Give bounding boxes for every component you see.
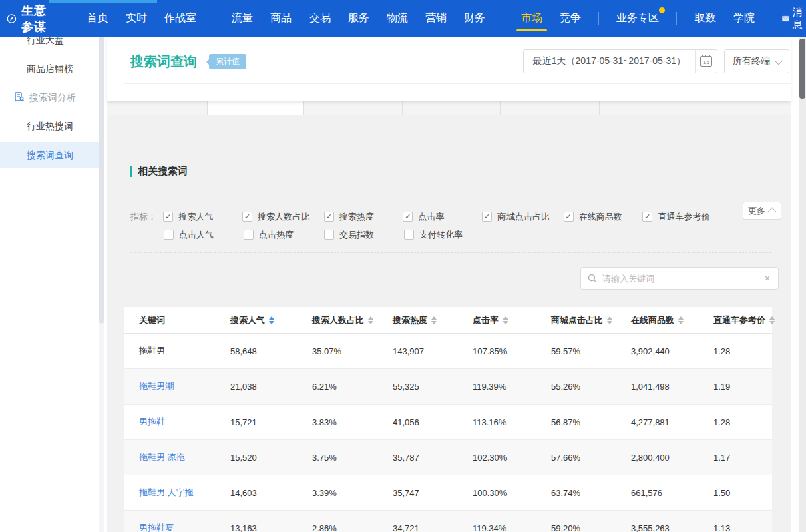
metric-checkbox-点击率[interactable]: ✓点击率 [403,211,482,223]
cell-value: 1.19 [713,382,730,392]
sidebar-scrollbar-thumb[interactable] [99,37,104,324]
keyword-link[interactable]: 拖鞋男潮 [139,380,174,392]
checkbox-checked-icon[interactable]: ✓ [403,212,413,222]
sort-caret-icon[interactable] [678,316,684,324]
metric-checkbox-搜索热度[interactable]: ✓搜索热度 [324,211,403,223]
checkbox-checked-icon[interactable]: ✓ [642,212,652,222]
column-header-搜索人气[interactable]: 搜索人气 [215,307,296,333]
nav-item-取数[interactable]: 取数 [693,2,717,35]
keyword-link[interactable]: 男拖鞋 [139,416,165,428]
clear-search-icon[interactable]: × [763,273,771,284]
cell-value: 14,603 [230,488,257,498]
nav-item-业务专区[interactable]: 业务专区 [615,2,660,35]
sort-caret-icon[interactable] [431,316,437,324]
metric-checkbox-交易指数[interactable]: 交易指数 [324,229,404,241]
cell-value: 2,800,400 [631,453,670,463]
nav-divider [598,12,599,25]
metric-checkbox-商城点击占比[interactable]: ✓商城点击占比 [482,211,564,223]
metric-checkbox-搜索人数占比[interactable]: ✓搜索人数占比 [242,211,324,223]
cell-value: 3,902,440 [631,346,670,356]
nav-item-交易[interactable]: 交易 [308,2,332,35]
nav-item-实时[interactable]: 实时 [124,2,148,35]
nav-item-服务[interactable]: 服务 [347,2,371,35]
column-header-搜索热度[interactable]: 搜索热度 [377,307,457,333]
column-header-在线商品数[interactable]: 在线商品数 [616,307,698,333]
sidebar-item-行业大盘[interactable]: 行业大盘 [0,37,104,53]
nav-item-首页[interactable]: 首页 [85,2,110,35]
checkbox-unchecked-icon[interactable] [244,230,254,240]
tab-2[interactable] [208,101,304,115]
cell-value: 35.07% [312,346,341,356]
column-header-label: 点击率 [473,314,499,326]
table-row: 拖鞋男 凉拖15,5203.75%35,787102.30%57.66%2,80… [124,440,772,475]
page-scrollbar[interactable] [799,37,806,532]
sidebar-scrollbar[interactable] [99,37,104,532]
section-accent-bar [130,166,132,177]
keyword-link[interactable]: 拖鞋男 凉拖 [139,451,185,463]
terminal-select-value: 所有终端 [733,55,770,67]
metric-checkbox-点击热度[interactable]: 点击热度 [244,229,324,241]
sidebar-item-行业热搜词[interactable]: 行业热搜词 [0,113,104,139]
tab-4[interactable] [403,101,501,115]
checkbox-checked-icon[interactable]: ✓ [242,212,252,222]
checkbox-checked-icon[interactable]: ✓ [163,212,173,222]
sort-caret-icon[interactable] [269,316,274,324]
nav-item-作战室[interactable]: 作战室 [163,2,198,35]
nav-item-商品[interactable]: 商品 [269,2,293,35]
column-header-直通车参考价[interactable]: 直通车参考价 [698,307,775,333]
metric-checkbox-支付转化率[interactable]: 支付转化率 [404,229,484,241]
sort-caret-icon[interactable] [368,316,373,324]
metric-checkbox-label: 商城点击占比 [497,211,550,223]
nav-item-市场[interactable]: 市场 [520,2,544,35]
tab-6[interactable] [600,101,791,115]
checkbox-checked-icon[interactable]: ✓ [324,212,334,222]
sort-caret-icon[interactable] [607,316,612,324]
checkbox-checked-icon[interactable]: ✓ [482,212,492,222]
messages-button[interactable]: 消息 [782,6,806,31]
nav-item-营销[interactable]: 营销 [424,2,448,35]
sidebar-item-搜索词查询[interactable]: 搜索词查询 [0,142,104,168]
cell-value: 113.16% [473,417,506,427]
nav-item-财务[interactable]: 财务 [463,2,487,35]
cell-value: 1.17 [713,453,730,463]
checkbox-unchecked-icon[interactable] [164,230,174,240]
sort-caret-icon[interactable] [769,316,775,324]
tab-5[interactable] [501,101,600,115]
metric-checkbox-点击人气[interactable]: 点击人气 [164,229,244,241]
tab-3[interactable] [304,101,403,115]
sort-caret-icon[interactable] [503,316,508,324]
metric-checkbox-label: 在线商品数 [579,211,622,223]
metric-checkbox-直通车参考价[interactable]: ✓直通车参考价 [642,211,724,223]
messages-label: 消息 [793,6,806,31]
nav-item-竞争[interactable]: 竞争 [558,2,582,35]
nav-item-学院[interactable]: 学院 [732,2,756,35]
column-header-点击率[interactable]: 点击率 [457,307,536,333]
column-header-商城点击占比[interactable]: 商城点击占比 [536,307,616,333]
page-scrollbar-thumb[interactable] [799,39,805,99]
nav-item-物流[interactable]: 物流 [385,2,409,35]
cell-value: 3,555,263 [631,523,670,532]
keywords-table: 关键词搜索人气搜索人数占比搜索热度点击率商城点击占比在线商品数直通车参考价 拖鞋… [124,307,772,532]
terminal-select[interactable]: 所有终端 [724,49,789,73]
checkbox-unchecked-icon[interactable] [324,230,334,240]
checkbox-unchecked-icon[interactable] [404,230,414,240]
column-header-搜索人数占比[interactable]: 搜索人数占比 [296,307,377,333]
date-range-picker[interactable]: 最近1天（2017-05-31~2017-05-31） 15 [523,49,717,73]
cell-value: 1.28 [713,346,730,356]
metric-checkbox-搜索人气[interactable]: ✓搜索人气 [163,211,242,223]
nav-item-流量[interactable]: 流量 [230,2,254,35]
brand-logo[interactable]: 生意参谋 [7,3,53,35]
sidebar-item-商品店铺榜[interactable]: 商品店铺榜 [0,56,104,81]
metric-checkbox-在线商品数[interactable]: ✓在线商品数 [564,211,643,223]
keyword-link[interactable]: 男拖鞋夏 [139,522,174,532]
keyword-text: 拖鞋男 [139,345,165,357]
sidebar: 行业大盘商品店铺榜搜索词分析行业热搜词搜索词查询 [0,37,104,532]
keyword-link[interactable]: 拖鞋男 人字拖 [139,487,194,499]
more-button[interactable]: 更多 [743,202,781,220]
keyword-search-input[interactable] [602,274,763,284]
checkbox-checked-icon[interactable]: ✓ [564,212,574,222]
search-icon [588,274,597,283]
calendar-button[interactable]: 15 [695,50,717,73]
cell-value: 143,907 [393,346,424,356]
tab-1[interactable] [107,101,208,115]
